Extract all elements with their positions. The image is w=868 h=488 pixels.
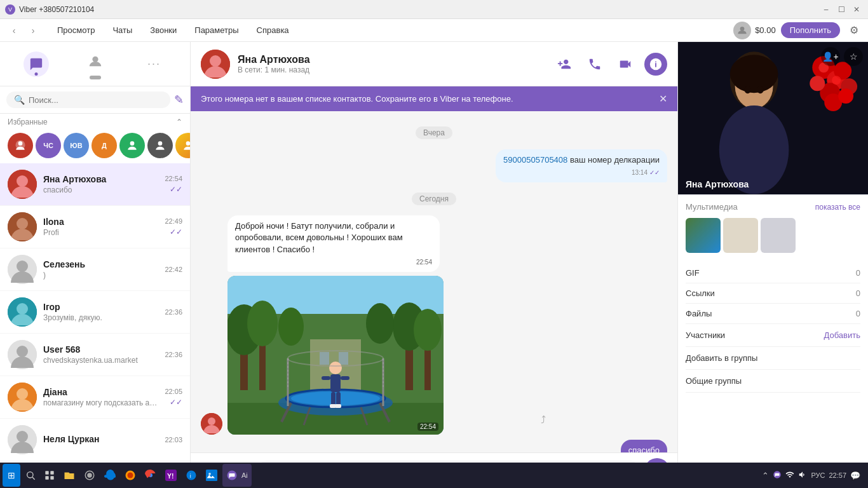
forward-button[interactable]: › (24, 22, 42, 39)
svg-point-3 (130, 141, 135, 146)
chat-info-yana: Яна Артюхова спасибо (43, 174, 158, 194)
fav-avatar-3[interactable]: Д (92, 133, 117, 158)
chat-preview-ilona: Profi (43, 228, 158, 237)
menu-calls[interactable]: Звонки (142, 23, 184, 37)
svg-point-24 (655, 61, 656, 62)
chat-time-nelya: 22:03 (165, 436, 182, 444)
fav-avatar-1[interactable]: ЧС (36, 133, 61, 158)
fav-avatar-5[interactable] (147, 133, 173, 158)
incoming-message-group: Доброй ночи ! Батут получили, собрали и … (227, 215, 531, 435)
svg-point-37 (278, 308, 304, 346)
minimize-button[interactable]: – (820, 3, 832, 16)
active-dot (34, 72, 37, 76)
svg-rect-42 (339, 352, 348, 365)
menu-settings[interactable]: Параметры (187, 23, 246, 37)
chat-info-nelya: Неля Цуркан (43, 434, 158, 445)
search-input-wrapper[interactable]: 🔍 (6, 92, 170, 108)
taskbar-yahoo[interactable]: Y! (161, 464, 180, 487)
contacts-icon-button[interactable] (83, 49, 108, 74)
chat-item-diana[interactable]: Діана помагазину могу подсказать а это г… (0, 376, 190, 419)
fav-avatar-6[interactable] (175, 133, 190, 158)
chat-item-igor[interactable]: Iгор Зрозумів, дякую. 22:36 (0, 291, 190, 334)
show-all-link[interactable]: показать все (815, 203, 860, 212)
taskbar-edge[interactable] (100, 464, 119, 487)
favorites-collapse-icon[interactable]: ⌃ (176, 118, 182, 126)
taskbar-viber[interactable]: Ai (222, 464, 252, 487)
main-layout: ··· 🔍 ✎ Избранные ⌃ ЧС ЮВ (0, 42, 868, 488)
nav-controls[interactable]: ‹ › (5, 22, 42, 39)
title-bar-controls[interactable]: – ☐ ✕ (820, 3, 863, 16)
chats-icon-button[interactable] (24, 51, 49, 77)
add-contact-button[interactable] (553, 53, 576, 76)
common-groups-row[interactable]: Общие группы (686, 370, 860, 393)
media-thumb-1[interactable] (686, 218, 721, 253)
taskbar-task-view[interactable] (41, 464, 58, 487)
chat-area: Яна Артюхова В сети: 1 мин. назад (191, 42, 677, 488)
tray-chevron[interactable]: ⌃ (762, 471, 769, 480)
notification-icon[interactable]: 💬 (850, 471, 860, 480)
links-label: Ссылки (686, 288, 715, 298)
menu-view[interactable]: Просмотр (50, 23, 102, 37)
banner-close-button[interactable]: ✕ (659, 93, 667, 105)
chat-info-igor: Iгор Зрозумів, дякую. (43, 302, 158, 322)
settings-button[interactable]: ⚙ (845, 22, 863, 39)
share-icon[interactable]: ⤴ (541, 414, 546, 426)
video-call-button[interactable] (614, 53, 637, 76)
taskbar-chrome[interactable] (141, 464, 160, 487)
search-input[interactable] (29, 95, 163, 105)
add-participant-link[interactable]: Добавить (824, 330, 860, 340)
svg-point-1 (92, 56, 98, 62)
svg-line-84 (32, 477, 35, 480)
chat-header-name: Яна Артюхова (238, 54, 545, 65)
chat-time-diana: 22:05 (165, 388, 182, 395)
chat-item-user568[interactable]: User 568 chvedskaystenka.ua.market 22:36 (0, 334, 190, 376)
back-button[interactable]: ‹ (5, 22, 23, 39)
title-bar: V Viber +380507210104 – ☐ ✕ (0, 0, 868, 19)
network-icon[interactable] (785, 470, 794, 481)
menu-help[interactable]: Справка (249, 23, 297, 37)
taskbar-cortana[interactable] (80, 464, 99, 487)
voice-call-button[interactable] (583, 53, 606, 76)
compose-button[interactable]: ✎ (174, 93, 184, 107)
viber-tray-icon[interactable] (773, 470, 782, 481)
taskbar-firefox[interactable] (121, 464, 140, 487)
taskbar-explorer[interactable] (60, 464, 79, 487)
chat-item-ilona[interactable]: Ilona Profi 22:49 ✓✓ (0, 206, 190, 248)
image-message[interactable]: 22:54 (227, 276, 444, 435)
taskbar-info[interactable]: i (182, 464, 201, 487)
maximize-button[interactable]: ☐ (835, 3, 848, 16)
files-label: Файлы (686, 309, 712, 318)
fav-avatar-4[interactable] (119, 133, 145, 158)
chat-header-actions (553, 53, 667, 76)
menu-right: $0.00 Пополнить ⚙ (733, 22, 863, 39)
chat-time-selezen: 22:42 (165, 266, 182, 273)
favorite-panel-button[interactable]: ☆ (844, 47, 863, 66)
add-to-contacts-panel-button[interactable]: 👤+ (821, 47, 840, 66)
info-button[interactable] (644, 53, 667, 76)
participants-row[interactable]: Участники Добавить (686, 324, 860, 347)
svg-point-96 (187, 471, 196, 480)
chat-item-yana[interactable]: Яна Артюхова спасибо 22:54 ✓✓ (0, 163, 190, 206)
svg-point-34 (247, 301, 278, 346)
taskbar-photos[interactable] (202, 464, 221, 487)
image-message-wrapper: 22:54 ⤴ (227, 276, 531, 435)
media-thumb-2[interactable] (723, 218, 758, 253)
gif-count: 0 (856, 268, 860, 278)
fav-avatar-2[interactable]: ЮВ (64, 133, 89, 158)
chat-item-nelya[interactable]: Неля Цуркан 22:03 (0, 419, 190, 461)
chat-item-selezen[interactable]: Селезень ) 22:42 (0, 248, 190, 291)
start-button[interactable]: ⊞ (3, 464, 20, 487)
volume-icon[interactable] (798, 470, 807, 481)
fav-avatar-0[interactable] (8, 133, 33, 158)
refill-button[interactable]: Пополнить (781, 22, 840, 38)
add-to-group-row[interactable]: Добавить в группы (686, 347, 860, 370)
more-options-button[interactable]: ··· (142, 51, 167, 77)
user-icon-wrapper (83, 49, 108, 79)
panel-photo-actions: 👤+ ☆ (821, 47, 863, 66)
menu-chats[interactable]: Чаты (105, 23, 140, 37)
media-thumb-3[interactable] (761, 218, 796, 253)
chat-avatar-user568 (8, 340, 37, 369)
balance-display: $0.00 (755, 25, 776, 35)
close-button[interactable]: ✕ (850, 3, 863, 16)
taskbar-search[interactable] (22, 464, 39, 487)
